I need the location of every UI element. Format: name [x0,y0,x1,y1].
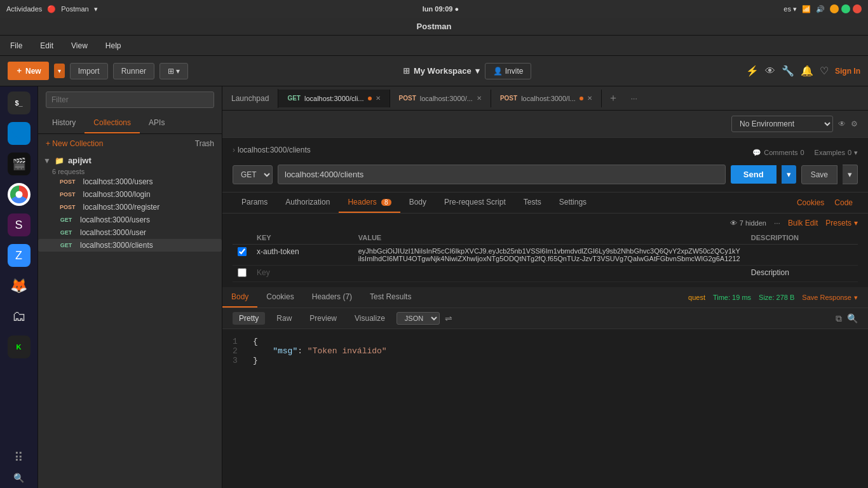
header-value-0[interactable]: eyJhbGciOiJIUzI1NiIsInR5cCI6IkpXVCJ9.eyJ… [353,245,746,266]
env-eye-icon[interactable]: 👁 [838,119,846,128]
maximize-button[interactable] [841,4,850,13]
activities-label[interactable]: Actividades [6,5,42,13]
format-preview-button[interactable]: Preview [303,312,343,325]
request-item-5[interactable]: GET localhost:3000/clients [38,239,222,252]
request-item-3[interactable]: GET localhost:3000/users [38,214,222,226]
header-key-0[interactable]: x-auth-token [252,245,353,266]
request-tab-auth[interactable]: Authorization [276,193,339,213]
tab-close-1[interactable]: ✕ [477,95,482,102]
header-key-1[interactable]: Key [252,266,353,282]
extra-button[interactable]: ⊞ ▾ [159,63,188,79]
dock-item-zoom[interactable]: Z [8,244,31,267]
new-dropdown-button[interactable]: ▾ [54,64,65,78]
request-tab-pre-script[interactable]: Pre-request Script [435,193,515,213]
dock-item-kali[interactable]: K [8,336,31,358]
dock-item-vscode[interactable] [8,122,31,145]
code-link[interactable]: Code [829,193,858,213]
tab-close-2[interactable]: ✕ [587,95,592,102]
request-item-1[interactable]: POST localhost:3000/login [38,188,222,201]
method-select[interactable]: GET [233,165,273,184]
tab-post-0[interactable]: POST localhost:3000/... ✕ [390,90,491,107]
save-dropdown-button[interactable]: ▾ [843,165,858,184]
request-item-2[interactable]: POST localhost:3000/register [38,201,222,214]
tab-get-clients[interactable]: GET localhost:3000/cli... ✕ [278,90,390,107]
dock-search-icon[interactable]: 🔍 [13,473,24,483]
response-tab-body[interactable]: Body [222,287,257,308]
wrench-icon[interactable]: 🔧 [782,65,794,77]
request-tab-tests[interactable]: Tests [515,193,550,213]
more-headers-icon[interactable]: ··· [774,219,780,227]
menu-help[interactable]: Help [102,40,125,51]
sidebar-tab-apis[interactable]: APIs [140,113,173,133]
url-input[interactable] [278,165,726,184]
menu-edit[interactable]: Edit [36,40,57,51]
send-dropdown-button[interactable]: ▾ [782,165,796,184]
dock-item-clapper[interactable]: 🎬 [8,152,31,175]
dock-item-files[interactable]: 🗂 [8,305,31,328]
wrap-icon[interactable]: ⇌ [445,313,452,323]
format-raw-button[interactable]: Raw [270,312,298,325]
sidebar-tab-history[interactable]: History [43,113,85,133]
bell-icon[interactable]: 🔔 [801,65,813,77]
format-visualize-button[interactable]: Visualize [348,312,391,325]
sign-in-button[interactable]: Sign In [835,67,860,76]
response-tab-test-results[interactable]: Test Results [361,287,420,308]
examples-button[interactable]: Examples 0 ▾ [815,149,858,157]
request-tab-params[interactable]: Params [233,193,276,213]
tab-close-0[interactable]: ✕ [376,95,381,102]
headers-panel: 👁 7 hidden ··· Bulk Edit Presets ▾ KEY [222,214,868,287]
dock-item-slack[interactable]: S [8,214,31,236]
environment-select[interactable]: No Environment [731,116,833,132]
send-button[interactable]: Send [731,165,776,184]
sidebar-search-input[interactable] [46,92,214,108]
collection-header-apijwt[interactable]: ▼ 📁 apijwt [38,153,222,168]
response-tab-cookies[interactable]: Cookies [257,287,302,308]
runner-button[interactable]: Runner [113,63,154,79]
header-checkbox-1[interactable] [238,268,247,277]
tab-add-button[interactable]: ＋ [602,86,625,110]
sync-icon[interactable]: ⚡ [746,65,759,77]
tab-post-1[interactable]: POST localhost:3000/l... ✕ [491,90,602,107]
heart-icon[interactable]: ♡ [820,65,829,77]
minimize-button[interactable] [830,4,839,13]
postman-app-name[interactable]: Postman [61,5,88,13]
interceptor-icon[interactable]: 👁 [765,65,775,77]
new-button[interactable]: ＋ New [8,62,49,80]
import-button[interactable]: Import [70,63,108,79]
tab-more-button[interactable]: ··· [625,89,644,108]
menu-view[interactable]: View [67,40,92,51]
request-tab-body[interactable]: Body [400,193,435,213]
new-collection-button[interactable]: + New Collection [46,139,103,148]
json-format-select[interactable]: JSON [397,312,440,325]
dock-item-firefox[interactable]: 🦊 [8,274,31,297]
request-item-4[interactable]: GET localhost:3000/user [38,226,222,239]
format-right-actions: ⧉ 🔍 [836,313,858,324]
save-button[interactable]: Save [801,165,837,184]
dock-item-chrome[interactable] [8,183,31,206]
dock-item-terminal[interactable]: $_ [8,92,31,114]
request-tab-settings[interactable]: Settings [550,193,595,213]
copy-response-button[interactable]: ⧉ [836,313,842,324]
presets-button[interactable]: Presets ▾ [825,219,858,227]
comments-button[interactable]: 💬 Comments 0 [752,149,804,157]
request-item-0[interactable]: POST localhost:3000/users [38,175,222,188]
search-response-button[interactable]: 🔍 [847,313,858,323]
tab-launchpad[interactable]: Launchpad [222,89,278,108]
menu-file[interactable]: File [6,40,26,51]
request-tab-headers[interactable]: Headers 8 [339,193,400,213]
close-button[interactable] [853,4,862,13]
env-gear-icon[interactable]: ⚙ [851,119,858,128]
sidebar-tab-collections[interactable]: Collections [85,113,140,133]
response-tab-headers[interactable]: Headers (7) [303,287,361,308]
bulk-edit-button[interactable]: Bulk Edit [788,219,818,227]
invite-button[interactable]: 👤 Invite [485,63,532,79]
dock-grid-icon[interactable]: ⠿ [14,450,24,465]
cookies-link[interactable]: Cookies [792,193,829,213]
workspace-button[interactable]: ⊞ My Workspace ▾ [403,66,480,76]
header-value-1[interactable] [353,266,746,282]
header-checkbox-0[interactable] [238,247,247,256]
save-response-button[interactable]: Save Response ▾ [802,294,858,302]
trash-button[interactable]: Trash [195,139,214,148]
format-pretty-button[interactable]: Pretty [233,312,265,325]
response-time: Time: 19 ms [713,294,751,301]
